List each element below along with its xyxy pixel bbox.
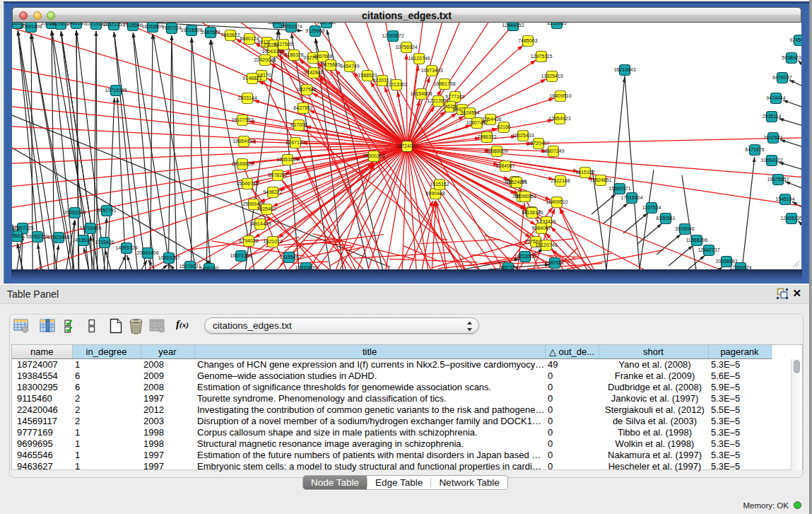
svg-text:9084067: 9084067	[531, 226, 551, 230]
svg-text:17016504: 17016504	[620, 195, 642, 200]
svg-text:16782759: 16782759	[26, 234, 48, 239]
svg-text:6466160: 6466160	[66, 23, 86, 25]
svg-text:16033809: 16033809	[141, 24, 163, 29]
svg-text:7515546: 7515546	[123, 23, 142, 28]
svg-text:62160: 62160	[497, 124, 511, 129]
svg-text:20691406: 20691406	[20, 24, 42, 29]
svg-text:14914479: 14914479	[249, 221, 271, 226]
svg-text:1167534: 1167534	[642, 205, 661, 210]
svg-text:12923468: 12923468	[47, 235, 69, 240]
svg-text:7986322: 7986322	[477, 134, 496, 139]
svg-text:6794028: 6794028	[239, 238, 258, 243]
svg-text:13524851: 13524851	[589, 177, 611, 182]
svg-text:15046748: 15046748	[236, 181, 258, 186]
svg-text:12905135: 12905135	[780, 216, 801, 221]
svg-text:9474444: 9474444	[766, 95, 785, 100]
svg-text:2935114: 2935114	[763, 114, 782, 119]
svg-text:8186328: 8186328	[284, 52, 303, 57]
svg-text:3915946: 3915946	[675, 226, 694, 231]
svg-text:16096953: 16096953	[514, 194, 536, 199]
svg-text:2803144: 2803144	[237, 95, 257, 100]
svg-text:2522148: 2522148	[551, 178, 570, 183]
svg-text:2087682: 2087682	[201, 30, 220, 35]
svg-text:8990448: 8990448	[425, 191, 445, 196]
svg-text:13325419: 13325419	[541, 74, 563, 78]
svg-text:10543382: 10543382	[261, 49, 283, 54]
svg-text:8427552: 8427552	[293, 105, 312, 110]
svg-text:3875685: 3875685	[321, 62, 340, 67]
svg-text:1621072: 1621072	[263, 239, 282, 244]
svg-text:16154808: 16154808	[410, 91, 432, 96]
svg-text:20691406: 20691406	[136, 250, 158, 255]
svg-text:18724007: 18724007	[396, 144, 418, 148]
svg-text:16409510: 16409510	[546, 199, 567, 204]
svg-text:13654923: 13654923	[548, 116, 570, 121]
svg-text:13716465: 13716465	[79, 226, 101, 230]
svg-text:7485003: 7485003	[518, 38, 537, 43]
svg-text:14136141: 14136141	[521, 210, 543, 215]
svg-text:16548784: 16548784	[12, 227, 19, 232]
svg-text:8350561: 8350561	[656, 216, 675, 221]
svg-text:1588520: 1588520	[358, 73, 377, 78]
svg-text:2867608: 2867608	[313, 54, 332, 59]
svg-text:9498222: 9498222	[263, 189, 282, 194]
svg-text:13353594: 13353594	[276, 157, 298, 162]
svg-text:3624554: 3624554	[460, 110, 479, 115]
svg-text:19218506: 19218506	[180, 28, 202, 33]
svg-text:10756924: 10756924	[395, 45, 417, 49]
svg-text:15751074: 15751074	[280, 24, 302, 29]
svg-text:12975115: 12975115	[531, 54, 553, 59]
svg-text:7857224: 7857224	[162, 25, 181, 30]
svg-text:16671355: 16671355	[102, 23, 124, 27]
svg-text:16120746: 16120746	[535, 243, 557, 247]
svg-text:9245052: 9245052	[789, 37, 801, 42]
svg-text:8660124: 8660124	[240, 36, 259, 41]
svg-text:19975857: 19975857	[767, 177, 789, 182]
svg-text:9457791: 9457791	[97, 208, 116, 213]
svg-text:10653287: 10653287	[158, 255, 180, 260]
svg-text:2087682: 2087682	[545, 260, 564, 265]
svg-text:20206563: 20206563	[715, 259, 737, 264]
svg-text:7663822: 7663822	[220, 33, 240, 37]
svg-text:1615152: 1615152	[575, 170, 594, 175]
svg-text:8471676: 8471676	[745, 147, 764, 152]
svg-text:12444152: 12444152	[502, 23, 524, 28]
svg-text:15720407: 15720407	[527, 141, 549, 146]
svg-text:9242848: 9242848	[304, 70, 323, 75]
svg-text:7515546: 7515546	[279, 255, 298, 259]
svg-text:20053346: 20053346	[64, 210, 86, 215]
svg-text:12213957: 12213957	[427, 98, 449, 103]
svg-text:18807249: 18807249	[542, 148, 564, 153]
svg-text:7625402: 7625402	[257, 206, 276, 211]
svg-text:8878352: 8878352	[268, 173, 287, 177]
svg-text:6479197: 6479197	[772, 75, 792, 80]
svg-text:15276021: 15276021	[179, 264, 201, 269]
svg-text:12213302: 12213302	[385, 82, 407, 87]
svg-text:9327546: 9327546	[297, 87, 316, 92]
svg-text:5938923: 5938923	[782, 55, 801, 60]
svg-text:12093872: 12093872	[382, 33, 404, 38]
svg-text:14055724: 14055724	[115, 245, 137, 250]
svg-text:8215955: 8215955	[547, 23, 566, 25]
svg-text:16107553: 16107553	[231, 117, 253, 122]
svg-text:1545194: 1545194	[775, 197, 794, 201]
svg-text:10025433: 10025433	[512, 133, 534, 138]
svg-text:10973493: 10973493	[420, 68, 442, 73]
svg-text:16210643: 16210643	[613, 67, 635, 72]
svg-text:16409510: 16409510	[549, 93, 571, 98]
svg-text:9146821: 9146821	[242, 76, 261, 81]
svg-text:11568296: 11568296	[686, 238, 708, 243]
svg-text:19166822: 19166822	[231, 161, 253, 166]
svg-text:8267130: 8267130	[286, 140, 305, 145]
svg-text:10958117: 10958117	[12, 233, 28, 238]
svg-text:16120746: 16120746	[408, 56, 430, 61]
svg-text:19654933: 19654933	[233, 139, 254, 144]
svg-text:13524851: 13524851	[505, 180, 527, 185]
svg-text:9227342: 9227342	[317, 23, 336, 25]
svg-text:10807487: 10807487	[466, 120, 488, 125]
svg-text:9129906: 9129906	[305, 28, 324, 33]
svg-text:8454749: 8454749	[340, 64, 359, 69]
svg-text:10688609: 10688609	[486, 148, 507, 153]
svg-text:10654122: 10654122	[760, 158, 782, 163]
svg-text:10719185: 10719185	[105, 88, 126, 93]
